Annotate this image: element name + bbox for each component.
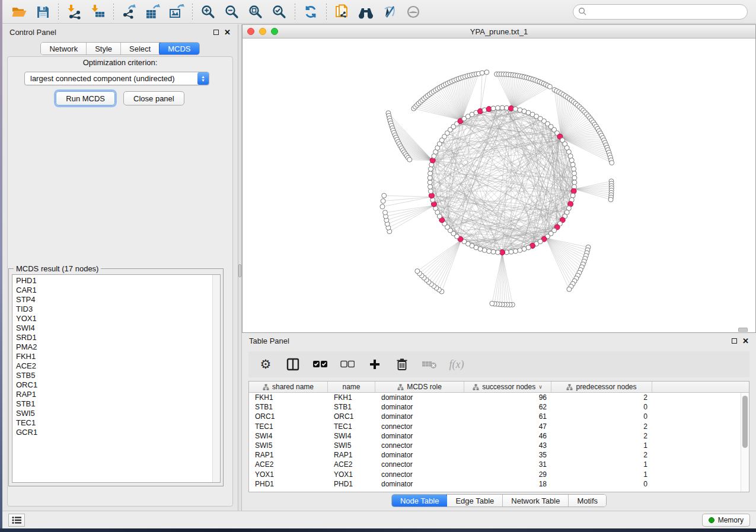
optimization-criterion-select[interactable]: largest connected component (undirected)… [24, 72, 209, 85]
leaf-node[interactable] [382, 193, 387, 198]
column-header-shared-name[interactable]: shared name [249, 382, 328, 392]
ring-node[interactable] [570, 193, 575, 198]
tab-style[interactable]: Style [87, 43, 121, 55]
close-panel-button[interactable]: Close panel [123, 91, 184, 105]
table-scrollbar[interactable] [741, 393, 749, 492]
ring-node[interactable] [496, 105, 500, 110]
mcds-result-item[interactable]: SRD1 [16, 333, 212, 342]
task-history-button[interactable] [8, 514, 25, 527]
leaf-node[interactable] [407, 157, 412, 162]
show-details-button[interactable] [401, 2, 425, 22]
tab-motifs[interactable]: Motifs [569, 495, 606, 507]
leaf-node[interactable] [380, 204, 385, 209]
tab-network[interactable]: Network [41, 43, 87, 55]
mcds-result-item[interactable]: FKH1 [16, 352, 212, 361]
search-network-button[interactable] [354, 2, 378, 22]
leaf-node[interactable] [484, 70, 489, 75]
ring-node[interactable] [428, 175, 432, 180]
ring-node[interactable] [513, 249, 518, 254]
ring-node[interactable] [491, 249, 496, 254]
zoom-out-button[interactable] [220, 2, 244, 22]
leaf-node[interactable] [480, 70, 484, 75]
memory-button[interactable]: Memory [702, 514, 750, 527]
ring-node[interactable] [428, 171, 433, 176]
ring-node[interactable] [428, 180, 432, 185]
leaf-node[interactable] [415, 269, 420, 274]
export-image-button[interactable] [165, 2, 189, 22]
open-file-button[interactable] [7, 2, 31, 22]
export-network-button[interactable] [117, 2, 141, 22]
ring-node[interactable] [513, 107, 518, 111]
float-panel-icon[interactable] [213, 30, 219, 35]
leaf-node[interactable] [383, 210, 388, 215]
table-row[interactable]: ORC1ORC1dominator610 [249, 412, 741, 421]
table-scrollbar-thumb[interactable] [742, 396, 748, 448]
add-column-button[interactable] [367, 357, 382, 372]
clone-network-button[interactable] [330, 2, 354, 22]
mcds-result-scrollbar[interactable] [212, 275, 220, 482]
close-panel-icon[interactable]: ✕ [742, 338, 749, 344]
ring-node[interactable] [572, 175, 577, 180]
zoom-fit-button[interactable] [244, 2, 267, 22]
leaf-node[interactable] [547, 84, 552, 89]
mcds-result-item[interactable]: ORC1 [16, 380, 212, 390]
ring-node[interactable] [572, 180, 577, 185]
hide-details-button[interactable] [378, 2, 401, 22]
table-row[interactable]: FKH1FKH1dominator962 [249, 393, 741, 402]
leaf-node[interactable] [567, 287, 572, 291]
ring-node[interactable] [572, 166, 576, 171]
leaf-node[interactable] [610, 161, 614, 165]
ring-node[interactable] [428, 189, 433, 194]
mcds-result-item[interactable]: SWI5 [16, 409, 212, 418]
import-table-button[interactable] [86, 2, 110, 22]
mcds-result-item[interactable]: PMA2 [16, 342, 212, 352]
zoom-selected-button[interactable] [267, 2, 291, 22]
ring-node[interactable] [487, 249, 492, 254]
export-table-button[interactable] [141, 2, 165, 22]
frame-resize-handle[interactable] [738, 328, 748, 332]
ring-node[interactable] [572, 171, 577, 176]
deselect-all-button[interactable] [340, 357, 355, 372]
tab-select[interactable]: Select [121, 43, 160, 55]
tab-network-table[interactable]: Network Table [503, 495, 569, 507]
show-columns-button[interactable] [285, 357, 301, 372]
search-input[interactable] [587, 7, 742, 16]
mcds-result-item[interactable]: RAP1 [16, 390, 212, 399]
ring-node[interactable] [428, 166, 433, 171]
ring-node[interactable] [569, 158, 574, 163]
table-settings-button[interactable]: ⚙ [258, 357, 273, 372]
mcds-result-item[interactable]: STB5 [16, 371, 212, 380]
mcds-result-item[interactable]: YOX1 [16, 314, 212, 323]
vertical-splitter-handle[interactable] [238, 264, 241, 277]
mcds-result-item[interactable]: CAR1 [16, 286, 212, 295]
mcds-result-item[interactable]: TID3 [16, 305, 212, 314]
tab-edge-table[interactable]: Edge Table [447, 495, 503, 507]
ring-node[interactable] [500, 105, 505, 110]
table-row[interactable]: TEC1TEC1connector472 [249, 422, 741, 431]
mcds-result-item[interactable]: STB1 [16, 399, 212, 409]
tab-mcds[interactable]: MCDS [159, 42, 199, 55]
mcds-result-item[interactable]: GCR1 [16, 428, 212, 437]
float-panel-icon[interactable] [732, 338, 737, 344]
tab-node-table[interactable]: Node Table [391, 494, 448, 507]
mcds-result-item[interactable]: ACE2 [16, 361, 212, 371]
table-row[interactable]: RAP1RAP1dominator352 [249, 450, 741, 460]
ring-node[interactable] [509, 249, 513, 254]
column-header-successor-nodes[interactable]: successor nodes∨ [464, 382, 551, 392]
run-mcds-button[interactable]: Run MCDS [56, 91, 115, 105]
delete-column-button[interactable] [394, 357, 410, 372]
mcds-result-item[interactable]: STP4 [16, 295, 212, 305]
column-header-MCDS-role[interactable]: MCDS role [375, 382, 464, 392]
table-row[interactable]: SWI4SWI4dominator462 [249, 431, 741, 441]
ring-node[interactable] [496, 250, 500, 255]
zoom-in-button[interactable] [196, 2, 220, 22]
mcds-result-item[interactable]: PHD1 [16, 276, 212, 286]
table-row[interactable]: PHD1PHD1dominator180 [249, 479, 741, 489]
refresh-button[interactable] [299, 2, 323, 22]
network-graph[interactable] [243, 39, 755, 332]
ring-node[interactable] [570, 162, 575, 167]
mcds-result-item[interactable]: SWI4 [16, 323, 212, 333]
column-header-predecessor-nodes[interactable]: predecessor nodes [551, 382, 652, 392]
mcds-result-item[interactable]: TEC1 [16, 418, 212, 428]
import-network-button[interactable] [62, 2, 86, 22]
